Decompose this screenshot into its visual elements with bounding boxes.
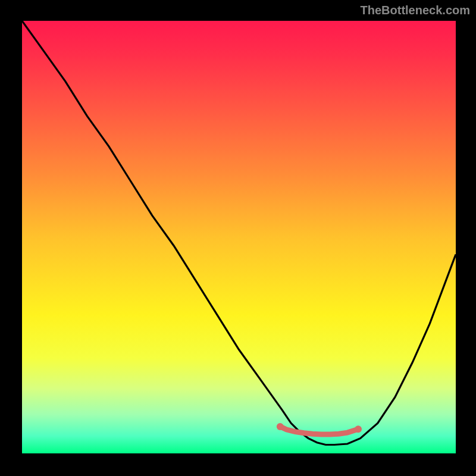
bottleneck-curve <box>22 21 456 445</box>
optimal-marker-start-dot <box>277 423 284 430</box>
chart-svg <box>22 21 456 453</box>
optimal-marker-end-dot <box>355 425 362 433</box>
plot-area <box>22 21 456 453</box>
watermark-text: TheBottleneck.com <box>361 4 470 17</box>
optimal-range-marker <box>280 427 358 434</box>
